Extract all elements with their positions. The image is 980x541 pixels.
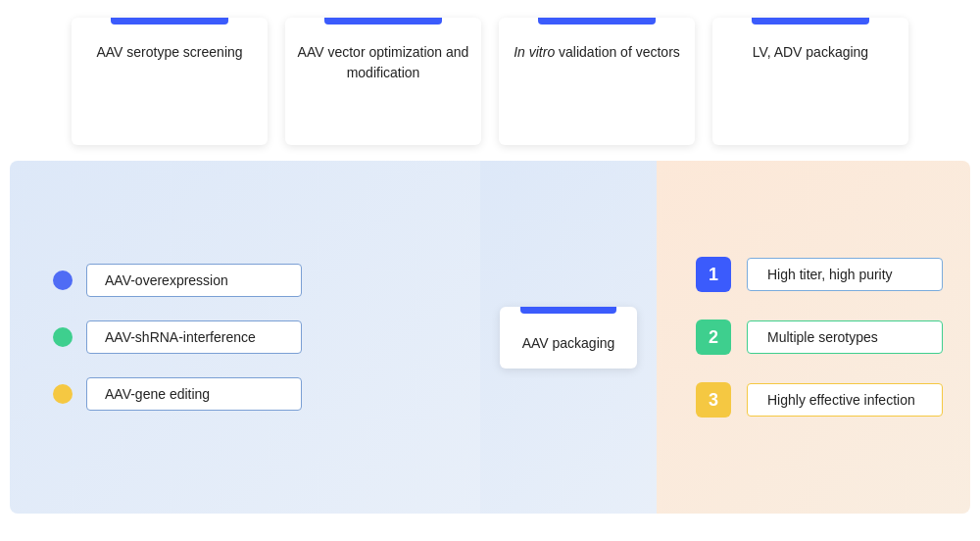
feature-1-label: High titer, high purity (747, 258, 943, 291)
bottom-section: AAV-overexpression AAV-shRNA-interferenc… (10, 161, 970, 514)
aav-gene-item: AAV-gene editing (53, 377, 451, 411)
card-bar (752, 18, 869, 25)
card-aav-serotype: AAV serotype screening (72, 18, 268, 145)
packaging-card-bar (520, 307, 616, 314)
card-label: AAV serotype screening (84, 42, 254, 76)
feature-3-item: 3 Highly effective infection (696, 382, 943, 418)
aav-gene-label: AAV-gene editing (86, 377, 302, 411)
top-cards-row: AAV serotype screening AAV vector optimi… (0, 0, 980, 161)
feature-2-number: 2 (696, 320, 731, 355)
aav-dot-yellow (53, 384, 73, 404)
aav-overexpression-item: AAV-overexpression (53, 264, 451, 297)
aav-overexpression-label: AAV-overexpression (86, 264, 302, 297)
feature-3-label: Highly effective infection (747, 383, 943, 417)
aav-dot-blue (53, 270, 73, 290)
packaging-panel: AAV packaging (480, 161, 657, 514)
feature-2-label: Multiple serotypes (747, 320, 943, 354)
aav-items-panel: AAV-overexpression AAV-shRNA-interferenc… (10, 161, 480, 514)
feature-1-number: 1 (696, 257, 731, 292)
card-label: LV, ADV packaging (741, 42, 880, 76)
card-bar (324, 18, 442, 25)
card-bar (538, 18, 656, 25)
card-bar (111, 18, 228, 25)
card-label: AAV vector optimization and modification (285, 42, 481, 97)
feature-3-number: 3 (696, 382, 731, 418)
aav-shrna-item: AAV-shRNA-interference (53, 320, 451, 354)
aav-dot-green (53, 327, 73, 347)
card-in-vitro: In vitro validation of vectors (499, 18, 695, 145)
feature-2-item: 2 Multiple serotypes (696, 320, 943, 355)
features-panel: 1 High titer, high purity 2 Multiple ser… (657, 161, 970, 514)
packaging-card: AAV packaging (500, 307, 637, 369)
card-aav-vector: AAV vector optimization and modification (285, 18, 481, 145)
card-lv-adv: LV, ADV packaging (712, 18, 908, 145)
card-label: In vitro validation of vectors (502, 42, 692, 76)
feature-1-item: 1 High titer, high purity (696, 257, 943, 292)
packaging-card-label: AAV packaging (513, 335, 625, 351)
aav-shrna-label: AAV-shRNA-interference (86, 320, 302, 354)
